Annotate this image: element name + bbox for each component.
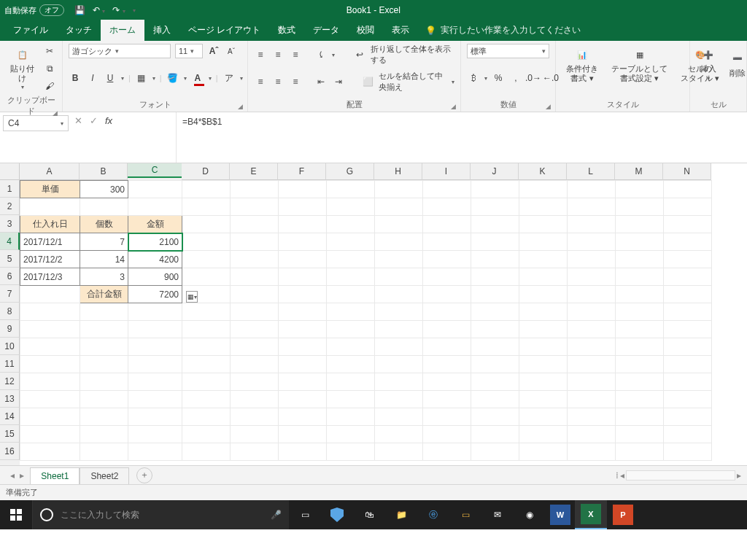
phonetic-icon[interactable]: ア [222,71,236,85]
cell[interactable] [182,426,231,443]
cell[interactable] [664,338,712,356]
horizontal-scrollbar[interactable]: ⁞◂▸ [616,470,741,481]
qat-customize-icon[interactable]: ▾ [133,7,136,14]
italic-button[interactable]: I [86,71,99,85]
align-bottom-icon[interactable]: ≡ [289,48,302,61]
increase-decimal-icon[interactable]: .0→ [527,71,540,85]
cut-icon[interactable]: ✂ [43,44,56,58]
cell[interactable] [279,443,327,461]
cell[interactable] [327,198,375,216]
formula-input[interactable]: =B4*$B$1 [177,112,747,163]
cell[interactable] [20,321,80,338]
cell[interactable] [80,391,128,408]
cell[interactable] [423,321,471,338]
cell[interactable] [616,268,664,286]
excel-icon[interactable]: X [575,500,607,529]
cell[interactable] [616,216,664,233]
cell[interactable] [231,181,279,198]
col-header[interactable]: C [128,163,182,178]
row-header[interactable]: 15 [0,425,20,443]
col-header[interactable]: E [230,163,278,180]
cell[interactable] [231,391,279,408]
merge-cells-button[interactable]: セルを結合して中央揃え [379,71,447,93]
cell[interactable] [568,303,616,321]
cell[interactable] [80,321,128,338]
cell[interactable] [568,251,616,268]
cell[interactable] [327,373,375,391]
cell[interactable] [20,426,80,443]
cell[interactable] [375,198,423,216]
cell[interactable] [568,356,616,373]
cell[interactable] [568,268,616,286]
delete-cells-button[interactable]: ➖削除 [725,48,747,81]
cell[interactable] [616,443,664,461]
col-header[interactable]: D [182,163,230,180]
cell[interactable] [616,181,664,198]
cell[interactable] [80,198,128,216]
tab-view[interactable]: 表示 [383,20,418,41]
cell[interactable] [20,356,80,373]
cell[interactable] [616,356,664,373]
cell[interactable] [568,181,616,198]
cell[interactable] [128,408,182,426]
row-header[interactable]: 11 [0,355,20,373]
cell[interactable] [664,373,712,391]
cell[interactable] [519,426,568,443]
cell[interactable] [616,286,664,303]
col-header[interactable]: J [471,163,519,180]
cell[interactable] [128,426,182,443]
align-top-icon[interactable]: ≡ [254,48,267,61]
cancel-formula-icon[interactable]: ✕ [74,115,82,126]
new-sheet-button[interactable]: ＋ [136,467,152,483]
cell[interactable] [20,408,80,426]
cell[interactable] [568,198,616,216]
row-header[interactable]: 7 [0,285,20,303]
cell[interactable] [375,373,423,391]
cell[interactable] [423,198,471,216]
cell[interactable] [471,443,519,461]
cell[interactable] [519,198,568,216]
cell[interactable] [327,338,375,356]
cell[interactable] [664,216,712,233]
cell[interactable] [519,356,568,373]
cell[interactable] [616,338,664,356]
cell[interactable] [616,321,664,338]
accounting-format-icon[interactable]: ₿ [467,71,480,85]
cell[interactable] [568,216,616,233]
col-header[interactable]: M [615,163,663,180]
row-header[interactable]: 10 [0,338,20,355]
cell[interactable] [471,303,519,321]
cell[interactable] [20,303,80,321]
comma-format-icon[interactable]: , [509,71,522,85]
col-header[interactable]: L [567,163,615,180]
cell[interactable] [616,373,664,391]
cell[interactable] [568,321,616,338]
autosave-toggle[interactable]: 自動保存 オフ [4,4,64,16]
align-center-icon[interactable]: ≡ [271,75,285,88]
wrap-text-button[interactable]: 折り返して全体を表示する [371,44,455,66]
cell[interactable] [423,373,471,391]
cell[interactable] [231,268,279,286]
cell[interactable] [20,338,80,356]
cell[interactable] [327,268,375,286]
cell[interactable] [423,356,471,373]
font-size-select[interactable]: 11▾ [175,44,203,58]
cell[interactable]: 4200 [128,251,182,268]
cell[interactable] [80,338,128,356]
cell[interactable] [471,373,519,391]
increase-indent-icon[interactable]: ⇥ [332,75,345,88]
format-as-table-button[interactable]: ▦テーブルとして 書式設定 ▾ [607,44,672,85]
app-icon[interactable] [321,500,353,529]
col-header[interactable]: F [278,163,326,180]
cell[interactable] [519,216,568,233]
cell[interactable] [327,321,375,338]
cell[interactable] [616,426,664,443]
cell[interactable] [231,233,279,251]
cell[interactable] [664,303,712,321]
cell[interactable] [616,408,664,426]
cell[interactable]: 金額 [128,216,182,233]
save-icon[interactable]: 💾 [74,5,85,15]
sheet-nav-prev-icon[interactable]: ◂ ▸ [6,470,30,481]
cell[interactable] [279,268,327,286]
cell[interactable] [80,373,128,391]
